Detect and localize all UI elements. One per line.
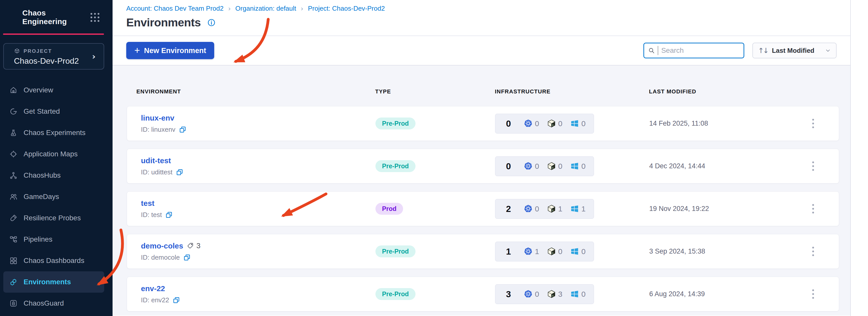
sidebar-item-gamedays[interactable]: GameDays [3, 186, 104, 207]
table-header-row: ENVIRONMENT TYPE INFRASTRUCTURE LAST MOD… [127, 88, 839, 95]
infra-total-count: 0 [506, 118, 524, 129]
last-modified-date: 14 Feb 2025, 11:08 [649, 119, 794, 127]
windows-icon [570, 290, 579, 298]
table-row[interactable]: demo-coles 3 ID: democole Pre-Prod 1 1 0… [127, 234, 839, 269]
infrastructure-summary: 2 0 1 1 [495, 199, 594, 219]
infrastructure-summary: 1 1 0 0 [495, 241, 594, 261]
sidebar-item-pipelines[interactable]: Pipelines [3, 229, 104, 250]
table-row[interactable]: env-22 ID: env22 Pre-Prod 3 0 3 0 6 Aug … [127, 277, 839, 311]
breadcrumb-project-link[interactable]: Project: Chaos-Dev-Prod2 [308, 5, 385, 12]
linux-host-icon [547, 119, 556, 128]
sidebar-item-chaos-experiments[interactable]: Chaos Experiments [3, 122, 104, 143]
environment-name-link[interactable]: test [141, 199, 154, 208]
chevron-right-icon: › [92, 51, 96, 61]
table-row[interactable]: test ID: test Prod 2 0 1 1 19 Nov 2024, … [127, 191, 839, 226]
sidebar-item-chaos-dashboards[interactable]: Chaos Dashboards [3, 250, 104, 271]
chaos-engineering-logo-icon [5, 10, 16, 24]
search-box [643, 42, 744, 58]
project-label: PROJECT [24, 48, 52, 54]
kebab-menu-icon[interactable] [811, 117, 815, 130]
breadcrumb-org-link[interactable]: Organization: default [235, 5, 296, 12]
kubernetes-icon [524, 162, 532, 170]
tag-count: 3 [196, 241, 200, 250]
type-badge: Prod [375, 203, 403, 215]
sidebar: Chaos Engineering PROJECT Chaos-Dev-Prod… [0, 0, 113, 316]
environment-name-link[interactable]: udit-test [141, 156, 171, 165]
search-input[interactable] [661, 47, 740, 55]
breadcrumb-separator: › [228, 5, 231, 12]
breadcrumb-separator: › [301, 5, 303, 12]
type-badge: Pre-Prod [375, 246, 415, 257]
copy-icon[interactable] [179, 126, 186, 133]
environment-name-link[interactable]: linux-env [141, 114, 175, 122]
linux-host-icon [547, 290, 556, 298]
infrastructure-summary: 0 0 0 0 [495, 114, 594, 134]
info-icon[interactable] [207, 19, 215, 27]
kebab-menu-icon[interactable] [811, 288, 815, 300]
page-title: Environments [126, 16, 201, 29]
kebab-menu-icon[interactable] [811, 160, 815, 172]
chevron-down-icon [825, 48, 831, 54]
target-icon [9, 150, 18, 158]
breadcrumb-account-link[interactable]: Account: Chaos Dev Team Prod2 [126, 5, 224, 12]
column-header-last-modified: LAST MODIFIED [649, 88, 794, 95]
last-modified-date: 19 Nov 2024, 19:22 [649, 205, 794, 213]
linux-host-icon [547, 247, 556, 256]
plus-icon: + [134, 46, 140, 55]
sidebar-item-get-started[interactable]: Get Started [3, 101, 104, 122]
infrastructure-summary: 3 0 3 0 [495, 284, 594, 304]
people-icon [9, 193, 18, 201]
sidebar-item-environments[interactable]: Environments [3, 271, 104, 293]
copy-icon[interactable] [165, 211, 173, 219]
kebab-menu-icon[interactable] [811, 245, 815, 258]
breadcrumb: Account: Chaos Dev Team Prod2 › Organiza… [126, 5, 850, 12]
sidebar-item-chaoshubs[interactable]: ChaosHubs [3, 165, 104, 186]
tag-icon [187, 242, 194, 250]
search-icon [648, 47, 655, 54]
environment-id: ID: udittest [141, 168, 173, 176]
brand-accent-divider [3, 33, 104, 35]
brand-header: Chaos Engineering [0, 0, 113, 26]
text-cursor [658, 46, 658, 55]
windows-icon [570, 205, 579, 213]
windows-icon [570, 162, 579, 170]
copy-icon[interactable] [173, 296, 180, 304]
copy-icon[interactable] [176, 169, 183, 176]
sort-dropdown[interactable]: ↑↓ Last Modified [752, 42, 837, 58]
environment-id: ID: democole [141, 254, 180, 261]
linux-host-icon [547, 205, 556, 213]
page-header: Account: Chaos Dev Team Prod2 › Organiza… [113, 0, 850, 36]
sidebar-item-resilience-probes[interactable]: Resilience Probes [3, 207, 104, 229]
tags-chip: 3 [187, 241, 200, 250]
main-area: Account: Chaos Dev Team Prod2 › Organiza… [113, 0, 868, 316]
kubernetes-icon [524, 247, 532, 256]
sidebar-item-application-maps[interactable]: Application Maps [3, 143, 104, 165]
type-badge: Pre-Prod [375, 117, 415, 130]
project-name: Chaos-Dev-Prod2 [14, 56, 104, 66]
sidebar-item-chaosguard[interactable]: ChaosGuard [3, 293, 104, 314]
type-badge: Pre-Prod [375, 160, 415, 172]
environment-name-link[interactable]: demo-coles [141, 241, 183, 250]
kubernetes-icon [524, 205, 532, 213]
table-row[interactable]: udit-test ID: udittest Pre-Prod 0 0 0 0 … [127, 149, 839, 183]
column-header-type: TYPE [375, 88, 495, 95]
environment-name-link[interactable]: env-22 [141, 284, 165, 293]
apps-grid-icon[interactable] [91, 13, 99, 22]
sidebar-item-overview[interactable]: Overview [3, 80, 104, 101]
linux-host-icon [547, 162, 556, 170]
project-selector[interactable]: PROJECT Chaos-Dev-Prod2 › [3, 43, 104, 69]
last-modified-date: 3 Sep 2024, 15:38 [649, 248, 794, 255]
kubernetes-icon [524, 119, 532, 128]
cube-icon [14, 48, 20, 54]
sidebar-nav: Overview Get Started Chaos Experiments A… [0, 80, 113, 314]
dashboards-icon [9, 257, 18, 265]
environment-id: ID: test [141, 211, 162, 219]
sort-arrows-icon: ↑↓ [758, 47, 768, 55]
new-environment-button[interactable]: + New Environment [126, 42, 214, 59]
table-row[interactable]: linux-env ID: linuxenv Pre-Prod 0 0 0 0 … [127, 106, 839, 141]
last-modified-date: 4 Dec 2024, 14:44 [649, 162, 794, 170]
infra-total-count: 0 [506, 161, 524, 171]
copy-icon[interactable] [183, 254, 191, 261]
kebab-menu-icon[interactable] [811, 203, 815, 215]
module-title: Chaos Engineering [22, 9, 85, 26]
